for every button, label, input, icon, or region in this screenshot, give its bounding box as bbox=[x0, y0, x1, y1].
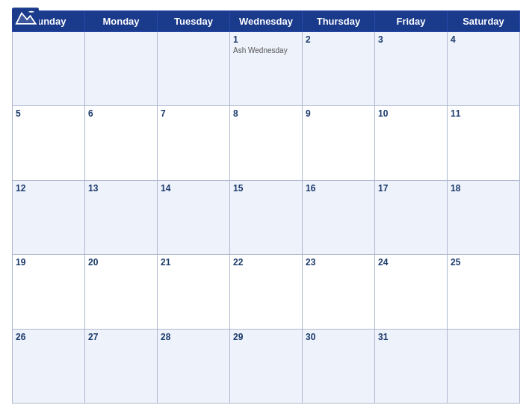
header-saturday: Saturday bbox=[448, 11, 520, 32]
day-number: 19 bbox=[16, 257, 81, 268]
day-number: 6 bbox=[88, 108, 154, 119]
calendar-day-cell: 26 bbox=[13, 329, 85, 403]
day-number: 12 bbox=[16, 183, 81, 194]
calendar-day-cell: 28 bbox=[158, 329, 230, 403]
day-number: 25 bbox=[451, 257, 516, 268]
logo bbox=[12, 7, 39, 43]
day-number: 18 bbox=[451, 183, 516, 194]
holiday-label: Ash Wednesday bbox=[233, 46, 299, 55]
calendar-day-cell: 17 bbox=[375, 180, 448, 254]
calendar-day-cell: 3 bbox=[375, 32, 448, 106]
weekday-header-row: Sunday Monday Tuesday Wednesday Thursday… bbox=[13, 11, 520, 32]
calendar-day-cell: 21 bbox=[158, 255, 230, 329]
calendar-day-cell bbox=[85, 32, 158, 106]
day-number: 3 bbox=[378, 34, 444, 45]
day-number: 1 bbox=[233, 34, 299, 45]
day-number: 27 bbox=[88, 332, 154, 342]
calendar-day-cell: 23 bbox=[303, 255, 375, 329]
calendar-day-cell: 25 bbox=[448, 255, 520, 329]
day-number: 2 bbox=[306, 34, 371, 45]
calendar-day-cell: 2 bbox=[303, 32, 375, 106]
calendar-day-cell: 10 bbox=[375, 106, 448, 180]
calendar-day-cell: 29 bbox=[230, 329, 303, 403]
day-number: 17 bbox=[378, 183, 444, 194]
calendar-day-cell: 22 bbox=[230, 255, 303, 329]
header-monday: Monday bbox=[85, 11, 158, 32]
day-number: 21 bbox=[161, 257, 226, 268]
day-number: 16 bbox=[306, 183, 371, 194]
calendar-day-cell: 20 bbox=[85, 255, 158, 329]
header-thursday: Thursday bbox=[303, 11, 375, 32]
day-number: 31 bbox=[378, 332, 444, 342]
day-number: 5 bbox=[16, 108, 81, 119]
day-number: 24 bbox=[378, 257, 444, 268]
calendar-day-cell: 5 bbox=[13, 106, 85, 180]
calendar-day-cell bbox=[13, 32, 85, 106]
calendar-week-row: 12131415161718 bbox=[13, 180, 520, 254]
calendar-day-cell: 8 bbox=[230, 106, 303, 180]
header-friday: Friday bbox=[375, 11, 448, 32]
calendar-day-cell: 7 bbox=[158, 106, 230, 180]
calendar-table: Sunday Monday Tuesday Wednesday Thursday… bbox=[12, 10, 520, 404]
day-number: 22 bbox=[233, 257, 299, 268]
calendar-day-cell: 19 bbox=[13, 255, 85, 329]
calendar-day-cell: 6 bbox=[85, 106, 158, 180]
calendar-week-row: 567891011 bbox=[13, 106, 520, 180]
day-number: 30 bbox=[306, 332, 371, 342]
day-number: 23 bbox=[306, 257, 371, 268]
header-wednesday: Wednesday bbox=[230, 11, 303, 32]
calendar-day-cell: 14 bbox=[158, 180, 230, 254]
calendar-day-cell bbox=[448, 329, 520, 403]
day-number: 28 bbox=[161, 332, 226, 342]
calendar-day-cell: 13 bbox=[85, 180, 158, 254]
calendar-day-cell: 16 bbox=[303, 180, 375, 254]
day-number: 7 bbox=[161, 108, 226, 119]
calendar-week-row: 1Ash Wednesday234 bbox=[13, 32, 520, 106]
calendar-day-cell bbox=[158, 32, 230, 106]
calendar-day-cell: 30 bbox=[303, 329, 375, 403]
header-tuesday: Tuesday bbox=[158, 11, 230, 32]
day-number: 20 bbox=[88, 257, 154, 268]
day-number: 10 bbox=[378, 108, 444, 119]
calendar-day-cell: 31 bbox=[375, 329, 448, 403]
day-number: 11 bbox=[451, 108, 516, 119]
day-number: 13 bbox=[88, 183, 154, 194]
day-number: 15 bbox=[233, 183, 299, 194]
calendar-day-cell: 4 bbox=[448, 32, 520, 106]
logo-icon bbox=[12, 7, 39, 28]
calendar-day-cell: 15 bbox=[230, 180, 303, 254]
calendar-day-cell: 18 bbox=[448, 180, 520, 254]
day-number: 29 bbox=[233, 332, 299, 342]
day-number: 9 bbox=[306, 108, 371, 119]
day-number: 8 bbox=[233, 108, 299, 119]
calendar-day-cell: 1Ash Wednesday bbox=[230, 32, 303, 106]
calendar-week-row: 19202122232425 bbox=[13, 255, 520, 329]
calendar-day-cell: 24 bbox=[375, 255, 448, 329]
day-number: 26 bbox=[16, 332, 81, 342]
calendar-day-cell: 12 bbox=[13, 180, 85, 254]
day-number: 4 bbox=[451, 34, 516, 45]
calendar-week-row: 262728293031 bbox=[13, 329, 520, 403]
calendar-day-cell: 11 bbox=[448, 106, 520, 180]
calendar-day-cell: 9 bbox=[303, 106, 375, 180]
calendar-day-cell: 27 bbox=[85, 329, 158, 403]
day-number: 14 bbox=[161, 183, 226, 194]
